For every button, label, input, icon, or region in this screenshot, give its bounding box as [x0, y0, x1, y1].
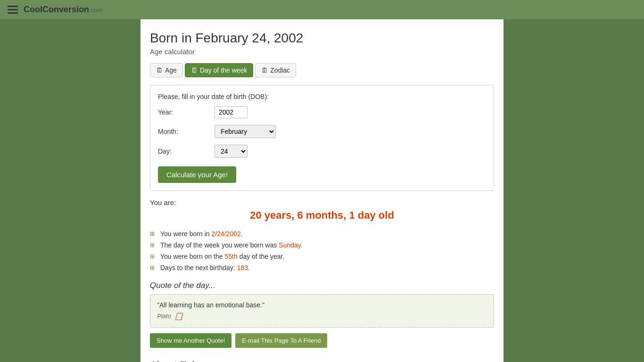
fact-nextbirthday-value: 183.: [237, 264, 250, 272]
day-label: Day:: [158, 148, 215, 155]
about-title: About February: [150, 359, 494, 362]
facts-list: You were born in 2/24/2002. The day of t…: [150, 228, 494, 273]
you-are-label: You are:: [150, 198, 494, 206]
day-select[interactable]: 1234 5678 9101112 13141516 17181920 2122…: [215, 145, 248, 158]
calculate-button[interactable]: Calculate your Age!: [158, 166, 236, 183]
quote-author: Plato 📋: [157, 312, 487, 321]
year-row: Year:: [158, 106, 486, 118]
fact-nextbirthday: Days to the next birthday: 183.: [150, 262, 494, 273]
tab-dayofweek[interactable]: 🗓 Day of the week: [185, 63, 253, 77]
fact-dayofweek-text: The day of the week you were born was: [160, 241, 279, 249]
quote-buttons: Show me Another Quote! E-mail This Page …: [150, 333, 494, 348]
month-label: Month:: [158, 128, 215, 135]
top-bar: CoolConversion.com: [0, 0, 644, 19]
another-quote-button[interactable]: Show me Another Quote!: [150, 333, 231, 348]
dayofweek-tab-icon: 🗓: [191, 66, 198, 74]
quote-text: "All learning has an emotional base.": [157, 301, 487, 309]
age-result: 20 years, 6 months, 1 day old: [150, 209, 494, 222]
quote-box: "All learning has an emotional base." Pl…: [150, 294, 494, 328]
quote-section-title: Quote of the day...: [150, 281, 494, 290]
fact-nextbirthday-text: Days to the next birthday:: [160, 264, 237, 272]
month-row: Month: January February March April May …: [158, 125, 486, 138]
brand: CoolConversion.com: [24, 5, 102, 15]
about-section: About February The day of the week you w…: [150, 359, 494, 362]
brand-dotcom: .com: [89, 7, 102, 14]
email-page-button[interactable]: E-mail This Page To A Friend: [235, 333, 327, 348]
main-container: Born in February 24, 2002 Age calculator…: [140, 19, 504, 362]
menu-icon[interactable]: [8, 6, 18, 14]
fact-dayofweek: The day of the week you were born was Su…: [150, 239, 494, 251]
fact-dayofyear: You were born on the 55th day of the yea…: [150, 251, 494, 262]
tab-age-label: Age: [165, 66, 177, 74]
fact-dayofyear-text1: You were born on the: [160, 253, 224, 260]
quote-author-name: Plato: [157, 313, 171, 320]
result-section: You are: 20 years, 6 months, 1 day old Y…: [150, 198, 494, 273]
tab-zodiac-label: Zodiac: [270, 66, 290, 74]
month-select[interactable]: January February March April May June Ju…: [215, 125, 276, 138]
page-subtitle: Age calculator: [150, 48, 494, 56]
fact-dayofyear-value: 55th: [224, 253, 237, 260]
brand-name-text: CoolConversion: [24, 5, 89, 14]
fact-birthdate-value: 2/24/2002.: [211, 230, 242, 238]
day-row: Day: 1234 5678 9101112 13141516 17181920…: [158, 145, 486, 158]
dob-form-box: Please, fill in your date of birth (DOB)…: [150, 85, 494, 191]
tab-age[interactable]: 🗓 Age: [150, 63, 183, 77]
tab-bar: 🗓 Age 🗓 Day of the week 🗓 Zodiac: [150, 63, 494, 77]
fact-birthdate-text: You were born in: [160, 230, 211, 238]
fact-birthdate: You were born in 2/24/2002.: [150, 228, 494, 239]
fact-dayofyear-text2: day of the year.: [239, 253, 285, 260]
year-input[interactable]: [215, 106, 248, 118]
page-title: Born in February 24, 2002: [150, 31, 494, 46]
year-label: Year:: [158, 108, 215, 116]
quote-section: Quote of the day... "All learning has an…: [150, 281, 494, 348]
copy-icon[interactable]: 📋: [174, 312, 183, 321]
tab-dayofweek-label: Day of the week: [200, 66, 247, 74]
fact-dayofweek-value: Sunday.: [279, 241, 302, 249]
tab-zodiac[interactable]: 🗓 Zodiac: [255, 63, 296, 77]
zodiac-tab-icon: 🗓: [261, 66, 268, 74]
age-tab-icon: 🗓: [156, 66, 163, 74]
form-intro: Please, fill in your date of birth (DOB)…: [158, 93, 486, 100]
